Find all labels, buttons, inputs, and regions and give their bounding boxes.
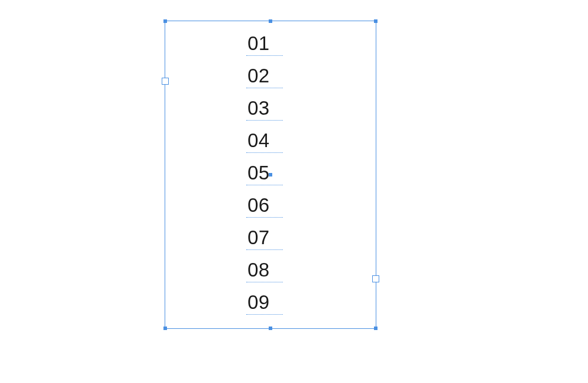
text-line: 07 [248, 221, 295, 254]
text-line: 08 [248, 254, 295, 286]
text-line: 03 [248, 92, 295, 124]
resize-handle-bottom-left[interactable] [163, 327, 167, 330]
text-line: 01 [248, 27, 295, 59]
text-line: 04 [248, 124, 295, 156]
text-frame-selection[interactable]: 01 02 03 04 05 06 07 08 09 [165, 21, 376, 329]
text-line: 02 [248, 59, 295, 92]
text-line: 05 [248, 156, 295, 189]
resize-handle-top-left[interactable] [163, 19, 167, 23]
text-line: 06 [248, 189, 295, 221]
resize-handle-bottom-right[interactable] [374, 327, 377, 330]
text-frame-content[interactable]: 01 02 03 04 05 06 07 08 09 [248, 27, 295, 318]
resize-handle-top-mid[interactable] [269, 19, 272, 23]
resize-handle-top-right[interactable] [374, 19, 377, 23]
text-out-port[interactable] [372, 275, 379, 282]
resize-handle-bottom-mid[interactable] [269, 327, 272, 330]
text-line: 09 [248, 286, 295, 318]
text-in-port[interactable] [162, 78, 169, 85]
